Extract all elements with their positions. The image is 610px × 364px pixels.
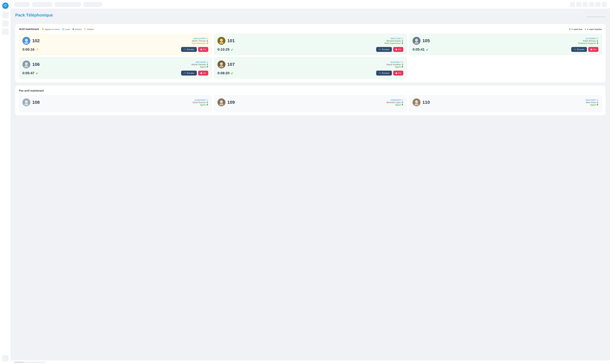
agent-card-bottom-106: 0:05:47 ↙ Écoutez Fin bbox=[22, 71, 208, 76]
inactive-agent-phone-110: 584276802 bbox=[585, 99, 598, 101]
inactive-agent-role-109: Agent bbox=[387, 104, 403, 106]
bottom-scrollbar-thumb[interactable] bbox=[14, 362, 24, 363]
inactive-dot bbox=[585, 28, 586, 30]
agent-avatar-101 bbox=[218, 37, 225, 45]
active-section-card: Actif maintenant Appels en cours Local E… bbox=[15, 24, 606, 82]
agent-card-top-107: 107 002345811 Garcia Gauthier Agent bbox=[218, 60, 403, 68]
nav-pill-2[interactable] bbox=[32, 2, 52, 7]
sidebar-item-1[interactable] bbox=[2, 12, 9, 18]
agent-phone-107: 002345811 bbox=[386, 61, 403, 63]
topnav-icon-4[interactable] bbox=[589, 2, 594, 7]
topnav-right bbox=[570, 2, 607, 7]
active-agent-card-107: 107 002345811 Garcia Gauthier Agent 0 bbox=[214, 57, 407, 78]
users-inactive-label: users inactive bbox=[589, 28, 602, 30]
inactive-agent-top-108: 108 1428035002 David Dumont Agent bbox=[22, 98, 208, 106]
legend-dot-orange bbox=[42, 28, 44, 30]
top-navigation bbox=[11, 0, 610, 9]
agent-left-102: 102 bbox=[22, 37, 40, 45]
legend-label-sortant: Sortant bbox=[87, 28, 94, 30]
inactive-agent-name-110: Marc Roux bbox=[585, 101, 598, 104]
live-dot bbox=[569, 28, 570, 30]
inactive-agent-avatar-108 bbox=[22, 98, 30, 106]
svg-rect-8 bbox=[597, 42, 598, 44]
ecoute-button-102[interactable]: Écoutez bbox=[181, 47, 197, 52]
app-logo[interactable] bbox=[2, 2, 9, 9]
svg-point-12 bbox=[220, 62, 223, 65]
topnav-icon-5[interactable] bbox=[595, 2, 600, 7]
topnav-icon-6[interactable] bbox=[602, 2, 607, 7]
inactive-section-card: Pas actif maintenant 108 1428035002 bbox=[15, 86, 606, 115]
ecoute-button-101[interactable]: Écoutez bbox=[376, 47, 392, 52]
nav-pill-3[interactable] bbox=[54, 2, 81, 7]
fin-button-105[interactable]: Fin bbox=[588, 47, 598, 52]
inactive-agent-phone-109: 284963509 bbox=[387, 99, 403, 101]
legend-dot-blue bbox=[62, 28, 64, 30]
horizontal-scrollbar[interactable] bbox=[586, 16, 606, 17]
agent-phone-106: 299735589 bbox=[191, 61, 208, 63]
legend: Appels en cours Local Entrant Sortant bbox=[42, 28, 94, 30]
users-live-count: 0 bbox=[571, 28, 572, 30]
fin-button-106[interactable]: Fin bbox=[198, 71, 208, 76]
ecoute-button-106[interactable]: Écoutez bbox=[181, 71, 197, 76]
legend-dot-yellow bbox=[84, 28, 86, 30]
sidebar-item-3[interactable] bbox=[2, 28, 9, 35]
agent-card-bottom-101: 0:10:25 ↙ Écoutez Fin bbox=[218, 47, 403, 52]
agent-role-101: Shelf Supervisor bbox=[384, 42, 403, 44]
ecoute-button-107[interactable]: Écoutez bbox=[376, 71, 392, 76]
sidebar-item-bottom[interactable] bbox=[2, 355, 9, 362]
ecoute-button-105[interactable]: Écoutez bbox=[571, 47, 587, 52]
agent-timer-101: 0:10:25 ↙ bbox=[218, 47, 234, 52]
nav-pill-4[interactable] bbox=[83, 2, 102, 7]
fin-button-107[interactable]: Fin bbox=[393, 71, 403, 76]
svg-rect-2 bbox=[207, 42, 208, 44]
users-live-indicator: 0 users live bbox=[569, 28, 582, 30]
svg-point-21 bbox=[415, 100, 418, 103]
inactive-agent-card-110: 110 584276802 Marc Roux Agent bbox=[409, 95, 602, 112]
nav-pill-1[interactable] bbox=[14, 2, 30, 7]
agent-timer-105: 0:05:41 ↙ bbox=[413, 47, 429, 52]
users-inactive-count: 4 bbox=[587, 28, 588, 30]
inactive-section-header: Pas actif maintenant bbox=[19, 89, 602, 92]
agent-timer-102: 0:00:16 ↗ bbox=[22, 47, 39, 52]
inactive-agent-right-108: 1428035002 David Dumont Agent bbox=[193, 99, 208, 106]
svg-rect-5 bbox=[402, 42, 403, 44]
topnav-icon-2[interactable] bbox=[576, 2, 582, 7]
svg-point-15 bbox=[25, 100, 28, 103]
inactive-section-title: Pas actif maintenant bbox=[19, 89, 44, 92]
legend-local: Local bbox=[62, 28, 70, 30]
inactive-agent-left-110: 110 bbox=[413, 98, 430, 106]
bottom-scrollbar-track[interactable] bbox=[14, 362, 46, 363]
sidebar-item-2[interactable] bbox=[2, 20, 9, 27]
legend-label-appels: Appels en cours bbox=[45, 28, 59, 30]
agent-timer-107: 0:08:20 ↙ bbox=[218, 71, 234, 75]
fin-button-102[interactable]: Fin bbox=[198, 47, 208, 52]
agent-right-105: 187320925 Robin Moreau Technical Support bbox=[578, 37, 598, 44]
active-section-header: Actif maintenant Appels en cours Local E… bbox=[19, 28, 602, 31]
agent-name-106: Michel Clement bbox=[191, 63, 208, 66]
topnav-icon-3[interactable] bbox=[583, 2, 588, 7]
agent-avatar-105 bbox=[413, 37, 420, 45]
agent-role-107: Agent bbox=[386, 66, 403, 68]
svg-rect-20 bbox=[402, 104, 403, 105]
agent-left-107: 107 bbox=[218, 60, 235, 68]
fin-button-101[interactable]: Fin bbox=[393, 47, 403, 52]
inactive-agent-name-108: David Dumont bbox=[193, 101, 208, 104]
inactive-agent-role-108: Agent bbox=[193, 104, 208, 106]
agent-phone-101: 092571890 bbox=[384, 37, 403, 40]
users-live-label: users live bbox=[573, 28, 582, 30]
agent-avatar-107 bbox=[218, 60, 225, 68]
agent-buttons-105: Écoutez Fin bbox=[571, 47, 598, 52]
svg-point-13 bbox=[219, 65, 223, 67]
agent-avatar-102 bbox=[22, 37, 30, 45]
svg-point-18 bbox=[220, 100, 223, 103]
agent-name-105: Robin Moreau bbox=[578, 40, 598, 42]
svg-point-6 bbox=[415, 39, 418, 41]
agent-role-106: Agent bbox=[191, 66, 208, 68]
active-section-title: Actif maintenant bbox=[19, 28, 39, 31]
active-agent-card-106: 106 299735589 Michel Clement Agent 0: bbox=[19, 57, 212, 78]
svg-point-19 bbox=[219, 103, 223, 105]
legend-entrant: Entrant bbox=[72, 28, 82, 30]
topnav-icon-1[interactable] bbox=[570, 2, 575, 7]
main-content: Pack Téléphonique Actif maintenant Appel… bbox=[11, 9, 610, 360]
inactive-agent-top-109: 109 284963509 Bertrand Lopez Agent bbox=[218, 98, 403, 106]
